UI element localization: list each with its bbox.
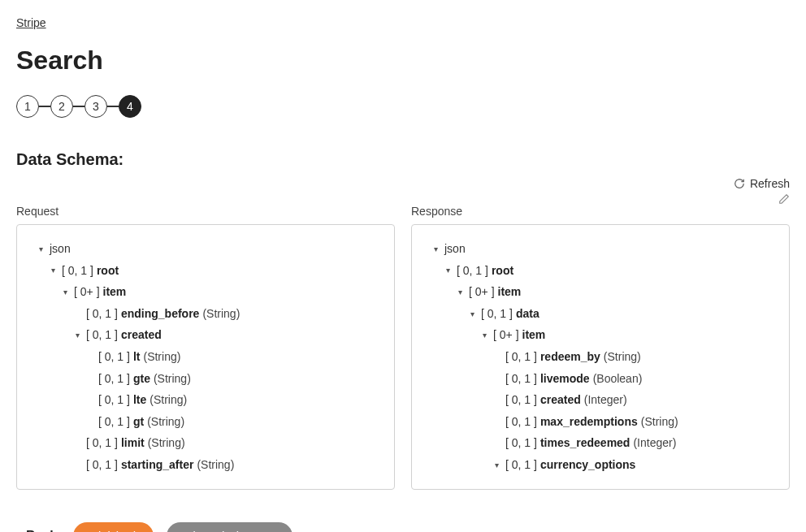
occurrence: [ 0, 1 ] bbox=[457, 260, 488, 282]
tree-row-data[interactable]: ▾ [ 0, 1 ] data bbox=[422, 303, 779, 325]
field-name: root bbox=[492, 260, 514, 282]
edit-icon[interactable] bbox=[778, 193, 790, 205]
refresh-label: Refresh bbox=[750, 177, 790, 190]
occurrence: [ 0+ ] bbox=[469, 281, 495, 303]
tree-row-item[interactable]: ▾ [ 0+ ] item bbox=[27, 281, 384, 303]
node-label: json bbox=[50, 238, 71, 260]
field-name: item bbox=[522, 324, 546, 346]
occurrence: [ 0, 1 ] bbox=[481, 303, 513, 325]
section-title: Data Schema: bbox=[16, 150, 790, 169]
step-connector bbox=[73, 106, 84, 107]
breadcrumb-link[interactable]: Stripe bbox=[16, 16, 46, 29]
field-name: livemode bbox=[540, 368, 590, 390]
chevron-down-icon[interactable]: ▾ bbox=[47, 262, 58, 278]
tree-row[interactable]: [ 0, 1 ] lt (String) bbox=[27, 346, 384, 368]
tree-row[interactable]: [ 0, 1 ] ending_before (String) bbox=[27, 303, 384, 325]
finished-button[interactable]: Finished bbox=[73, 522, 154, 532]
field-name: starting_after bbox=[121, 454, 193, 476]
field-type: (String) bbox=[148, 432, 185, 454]
chevron-down-icon[interactable]: ▾ bbox=[442, 262, 453, 278]
footer-actions: ‹ Back Finished Discard Changes bbox=[16, 522, 790, 532]
occurrence: [ 0, 1 ] bbox=[98, 368, 130, 390]
chevron-down-icon[interactable]: ▾ bbox=[35, 241, 46, 257]
occurrence: [ 0, 1 ] bbox=[505, 432, 537, 454]
response-label: Response bbox=[411, 205, 462, 218]
occurrence: [ 0, 1 ] bbox=[86, 432, 118, 454]
step-connector bbox=[107, 106, 119, 107]
tree-row-root[interactable]: ▾ [ 0, 1 ] root bbox=[27, 260, 384, 282]
occurrence: [ 0, 1 ] bbox=[86, 454, 118, 476]
chevron-down-icon[interactable]: ▾ bbox=[59, 284, 71, 300]
tree-row[interactable]: [ 0, 1 ] times_redeemed (Integer) bbox=[422, 432, 779, 454]
field-type: (String) bbox=[143, 346, 180, 368]
tree-row[interactable]: [ 0, 1 ] limit (String) bbox=[27, 432, 384, 454]
step-connector bbox=[39, 106, 50, 107]
field-name: max_redemptions bbox=[540, 411, 638, 433]
back-button[interactable]: ‹ Back bbox=[16, 524, 60, 532]
tree-row[interactable]: [ 0, 1 ] starting_after (String) bbox=[27, 454, 384, 476]
field-name: item bbox=[498, 281, 522, 303]
field-name: lt bbox=[133, 346, 141, 368]
occurrence: [ 0, 1 ] bbox=[505, 368, 537, 390]
chevron-down-icon[interactable]: ▾ bbox=[430, 241, 441, 257]
request-label: Request bbox=[16, 205, 58, 218]
field-type: (String) bbox=[197, 454, 234, 476]
tree-row[interactable]: [ 0, 1 ] gte (String) bbox=[27, 368, 384, 390]
request-panel: Request ▾ json ▾ [ 0, 1 ] root ▾ [ 0+ ] … bbox=[16, 193, 395, 490]
occurrence: [ 0, 1 ] bbox=[86, 324, 118, 346]
field-name: ending_before bbox=[121, 303, 199, 325]
node-label: json bbox=[444, 238, 466, 260]
tree-row[interactable]: [ 0, 1 ] redeem_by (String) bbox=[422, 346, 779, 368]
occurrence: [ 0, 1 ] bbox=[98, 389, 130, 411]
tree-row-item[interactable]: ▾ [ 0+ ] item bbox=[422, 281, 779, 303]
field-type: (String) bbox=[154, 368, 191, 390]
field-name: redeem_by bbox=[540, 346, 600, 368]
chevron-down-icon[interactable]: ▾ bbox=[72, 327, 83, 343]
field-name: item bbox=[103, 281, 127, 303]
field-type: (String) bbox=[202, 303, 240, 325]
occurrence: [ 0, 1 ] bbox=[505, 346, 537, 368]
tree-row-json[interactable]: ▾ json bbox=[27, 238, 384, 260]
field-name: limit bbox=[121, 432, 145, 454]
occurrence: [ 0, 1 ] bbox=[62, 260, 93, 282]
occurrence: [ 0, 1 ] bbox=[505, 454, 537, 476]
field-type: (String) bbox=[641, 411, 678, 433]
occurrence: [ 0, 1 ] bbox=[86, 303, 118, 325]
chevron-down-icon[interactable]: ▾ bbox=[491, 457, 502, 473]
chevron-down-icon[interactable]: ▾ bbox=[466, 306, 478, 322]
step-1[interactable]: 1 bbox=[16, 95, 39, 118]
tree-row[interactable]: [ 0, 1 ] max_redemptions (String) bbox=[422, 411, 779, 433]
refresh-button[interactable]: Refresh bbox=[734, 177, 790, 190]
tree-row-created[interactable]: ▾ [ 0, 1 ] created bbox=[27, 324, 384, 346]
tree-row[interactable]: [ 0, 1 ] lte (String) bbox=[27, 389, 384, 411]
field-name: lte bbox=[133, 389, 146, 411]
field-name: gte bbox=[133, 368, 150, 390]
chevron-down-icon[interactable]: ▾ bbox=[454, 284, 466, 300]
step-4[interactable]: 4 bbox=[119, 95, 141, 118]
field-type: (String) bbox=[147, 411, 184, 433]
chevron-down-icon[interactable]: ▾ bbox=[479, 327, 490, 343]
field-name: root bbox=[97, 260, 119, 282]
field-name: currency_options bbox=[540, 454, 635, 476]
step-2[interactable]: 2 bbox=[50, 95, 73, 118]
field-type: (Integer) bbox=[633, 432, 676, 454]
occurrence: [ 0+ ] bbox=[493, 324, 519, 346]
tree-row[interactable]: [ 0, 1 ] gt (String) bbox=[27, 411, 384, 433]
tree-row-root[interactable]: ▾ [ 0, 1 ] root bbox=[422, 260, 779, 282]
step-3[interactable]: 3 bbox=[84, 95, 107, 118]
tree-row[interactable]: [ 0, 1 ] livemode (Boolean) bbox=[422, 368, 779, 390]
discard-button[interactable]: Discard Changes bbox=[167, 522, 292, 532]
field-name: created bbox=[121, 324, 162, 346]
occurrence: [ 0+ ] bbox=[74, 281, 100, 303]
tree-row-currency-options[interactable]: ▾ [ 0, 1 ] currency_options bbox=[422, 454, 779, 476]
occurrence: [ 0, 1 ] bbox=[98, 411, 130, 433]
step-indicator: 1 2 3 4 bbox=[16, 95, 790, 118]
tree-row-json[interactable]: ▾ json bbox=[422, 238, 779, 260]
refresh-icon bbox=[734, 178, 745, 189]
back-label: Back bbox=[26, 529, 57, 532]
field-name: gt bbox=[133, 411, 144, 433]
page-title: Search bbox=[16, 45, 790, 76]
tree-row-item[interactable]: ▾ [ 0+ ] item bbox=[422, 324, 779, 346]
field-type: (Boolean) bbox=[593, 368, 643, 390]
tree-row[interactable]: [ 0, 1 ] created (Integer) bbox=[422, 389, 779, 411]
